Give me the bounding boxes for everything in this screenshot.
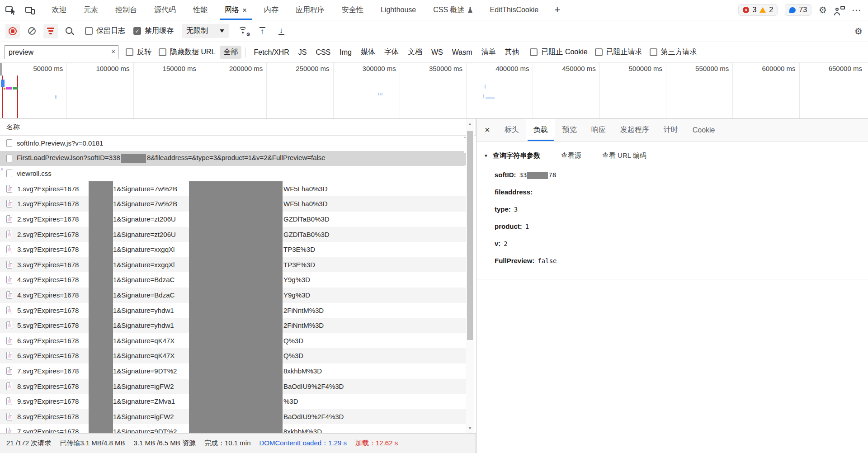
details-tab-预览[interactable]: 预览	[555, 119, 584, 141]
tab-元素[interactable]: 元素	[75, 0, 107, 20]
tab-性能[interactable]: 性能	[184, 0, 216, 20]
overview-bar-orange	[4, 88, 5, 90]
request-row[interactable]: softInfo.Preview.js?v=0.0181	[0, 136, 466, 151]
tab-应用程序[interactable]: 应用程序	[287, 0, 333, 20]
overview-handle[interactable]	[0, 63, 2, 76]
tab-Lighthouse[interactable]: Lighthouse	[372, 0, 425, 20]
url-pre: 5.svg?Expires=1678	[17, 318, 79, 333]
url-mid: 1&Signature=qK47X	[113, 333, 175, 349]
details-tab-发起程序[interactable]: 发起程序	[613, 119, 656, 141]
import-har-button[interactable]: ↑	[257, 27, 268, 35]
url-tail: WF5Lha0%3D	[283, 196, 328, 212]
file-icon	[6, 337, 12, 344]
url-mid: 1&Signature=BdzaC	[113, 272, 175, 288]
request-row-selected[interactable]: FirstLoadPreviewJson?softID=3388&fileadd…	[0, 151, 466, 166]
feedback-icon[interactable]	[834, 5, 845, 14]
flask-icon	[468, 7, 473, 13]
type-filter-清单[interactable]: 清单	[477, 46, 499, 59]
type-filter-其他[interactable]: 其他	[501, 46, 523, 59]
filter-checkbox-label: 第三方请求	[661, 47, 697, 57]
hide-data-url-label: 隐藏数据 URL	[170, 47, 215, 57]
tab-CSS 概述[interactable]: CSS 概述	[425, 0, 481, 20]
url-mid: 1&Signature=9DT%2	[113, 363, 177, 379]
details-tab-计时[interactable]: 计时	[656, 119, 685, 141]
redaction-strip	[89, 181, 113, 433]
network-conditions-icon[interactable]: ⚙	[238, 26, 249, 36]
tab-label: 欢迎	[52, 5, 66, 15]
summary-segment: 21 /172 次请求	[6, 439, 51, 448]
invert-checkbox[interactable]: 反转	[126, 47, 151, 57]
preserve-log-checkbox[interactable]: 保留日志	[85, 26, 125, 36]
type-filter-媒体[interactable]: 媒体	[357, 46, 379, 59]
scrollbar-thumb[interactable]	[467, 131, 473, 340]
request-row[interactable]: viewroll.css	[0, 166, 466, 181]
details-tab-响应[interactable]: 响应	[584, 119, 613, 141]
filter-input-wrap: ×	[5, 45, 118, 59]
query-params-section-header: ▼ 查询字符串参数 查看源 查看 URL 编码	[484, 151, 868, 160]
details-tab-负载[interactable]: 负载	[526, 119, 555, 141]
url-pre: 7.svg?Expires=1678	[17, 363, 79, 379]
close-tab-icon[interactable]: ×	[242, 6, 247, 14]
filter-checkbox-已阻止 Cookie[interactable]: 已阻止 Cookie	[530, 47, 587, 57]
url-pre: 9.svg?Expires=1678	[17, 394, 79, 409]
device-toolbar-icon[interactable]	[25, 5, 35, 14]
clear-filter-icon[interactable]: ×	[111, 47, 115, 55]
type-filter-WS[interactable]: WS	[428, 47, 447, 58]
tab-label: 网络	[225, 5, 239, 15]
scroll-down-icon[interactable]: ▼	[466, 426, 474, 430]
clear-button[interactable]	[24, 24, 39, 38]
tab-内存[interactable]: 内存	[255, 0, 287, 20]
type-filter-文档[interactable]: 文档	[404, 46, 426, 59]
type-filter-Wasm[interactable]: Wasm	[448, 47, 476, 58]
close-details-icon[interactable]: ×	[476, 119, 497, 141]
more-tabs-button[interactable]: +	[547, 0, 567, 20]
messages-badge[interactable]: 73	[785, 4, 811, 16]
resource-type-filters: 全部Fetch/XHRJSCSSImg媒体字体文档WSWasm清单其他	[220, 46, 523, 59]
query-params-title[interactable]: 查询字符串参数	[493, 151, 540, 160]
filter-toggle-button[interactable]	[43, 24, 58, 38]
hide-data-url-checkbox[interactable]: 隐藏数据 URL	[159, 47, 215, 57]
tab-安全性[interactable]: 安全性	[333, 0, 372, 20]
settings-gear-icon[interactable]: ⚙	[819, 5, 827, 14]
scroll-up-icon[interactable]: ▲	[466, 122, 474, 126]
type-filter-字体[interactable]: 字体	[381, 46, 402, 59]
tab-源代码[interactable]: 源代码	[146, 0, 184, 20]
name-column-header[interactable]: 名称	[6, 123, 20, 132]
search-button[interactable]	[62, 24, 77, 38]
network-overview-timeline[interactable]: 50000 ms100000 ms150000 ms200000 ms25000…	[0, 63, 868, 119]
type-filter-CSS[interactable]: CSS	[312, 47, 334, 58]
type-filter-Img[interactable]: Img	[336, 47, 355, 58]
view-url-encoded-link[interactable]: 查看 URL 编码	[602, 151, 646, 160]
payload-panel: ▼ 查询字符串参数 查看源 查看 URL 编码 softID:3378filea…	[476, 142, 868, 269]
filter-checkbox-已阻止请求[interactable]: 已阻止请求	[595, 47, 642, 57]
details-tab-Cookie[interactable]: Cookie	[685, 119, 722, 141]
url-post: 8&fileaddress=&type=3&product=1&v=2&Full…	[147, 154, 326, 161]
url-tail: WF5Lha0%3D	[283, 181, 328, 197]
expand-triangle-icon[interactable]: ▼	[484, 153, 488, 158]
filter-input[interactable]	[5, 45, 118, 59]
type-filter-Fetch/XHR[interactable]: Fetch/XHR	[250, 47, 292, 58]
details-tab-标头[interactable]: 标头	[497, 119, 526, 141]
network-settings-gear-icon[interactable]: ⚙	[854, 27, 863, 36]
requests-table-header[interactable]: 名称	[0, 119, 476, 136]
export-har-button[interactable]: ↓	[276, 27, 287, 35]
chevron-down-icon	[220, 29, 224, 33]
url-tail: 2FiNntM%3D	[283, 318, 324, 333]
view-source-link[interactable]: 查看源	[561, 151, 581, 160]
record-button[interactable]	[5, 24, 20, 38]
tab-网络[interactable]: 网络×	[216, 0, 255, 20]
type-filter-全部[interactable]: 全部	[220, 46, 241, 59]
requests-list: softInfo.Preview.js?v=0.0181FirstLoadPre…	[0, 136, 466, 433]
param-value: 3	[514, 206, 518, 213]
throttling-dropdown[interactable]: 无限制	[182, 24, 229, 38]
type-filter-JS[interactable]: JS	[295, 47, 311, 58]
tab-EditThisCookie[interactable]: EditThisCookie	[481, 0, 547, 20]
inspect-element-icon[interactable]	[5, 5, 15, 14]
requests-scrollbar[interactable]: ▲ ▼	[466, 119, 474, 433]
more-options-icon[interactable]: ···	[852, 6, 862, 14]
issues-badge[interactable]: × 3 2	[738, 4, 778, 16]
disable-cache-checkbox[interactable]: ✓ 禁用缓存	[133, 26, 174, 36]
tab-欢迎[interactable]: 欢迎	[43, 0, 75, 20]
tab-控制台[interactable]: 控制台	[107, 0, 146, 20]
filter-checkbox-第三方请求[interactable]: 第三方请求	[650, 47, 697, 57]
